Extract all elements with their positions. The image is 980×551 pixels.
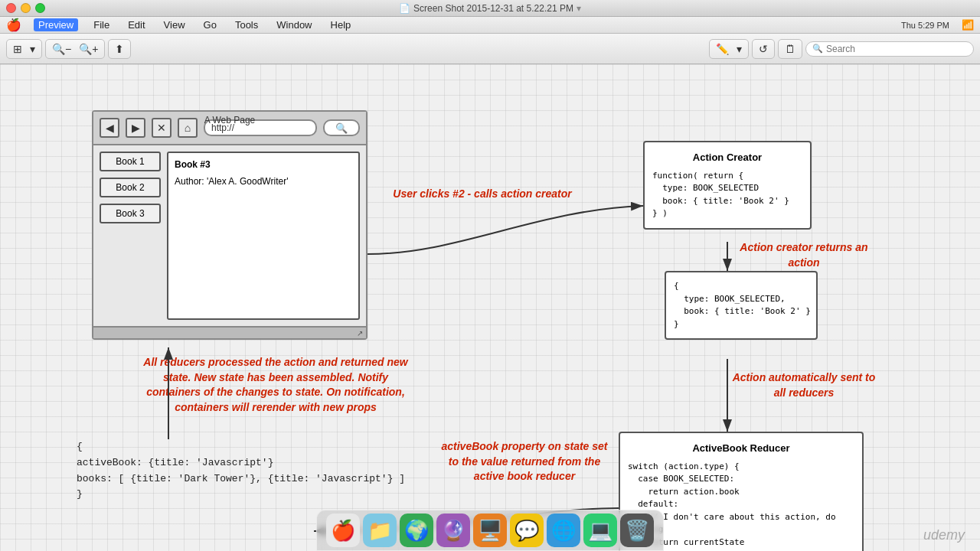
window-title: 📄 Screen Shot 2015-12-31 at 5.22.21 PM ▾	[399, 3, 581, 14]
resize-handle-icon: ↗	[357, 329, 363, 337]
action-object-box: { type: BOOK_SELECTED, book: { title: 'B…	[665, 271, 818, 340]
dock-app2[interactable]: 🖥️	[473, 514, 507, 547]
menu-edit[interactable]: Edit	[125, 19, 148, 31]
sidebar-toggle-button[interactable]: ⊞	[10, 41, 25, 57]
close-button[interactable]	[6, 3, 16, 13]
menu-file[interactable]: File	[90, 19, 113, 31]
book-detail-panel: Book #3 Author: 'Alex A. GoodWriter'	[167, 152, 360, 320]
rotate-button[interactable]: ↺	[756, 41, 771, 57]
label-user-clicks: User clicks #2 - calls action creator	[390, 187, 574, 202]
markup-dropdown[interactable]: ▾	[733, 41, 745, 57]
dock-trash[interactable]: 🗑️	[620, 514, 654, 547]
wifi-icon: 📶	[962, 19, 974, 31]
action-creator-title: Action Creator	[652, 150, 802, 165]
maximize-button[interactable]	[35, 3, 45, 13]
browser-title: A Web Page	[93, 115, 366, 126]
book-list: Book 1 Book 2 Book 3	[100, 152, 161, 320]
search-icon: 🔍	[812, 44, 823, 54]
label-action-sent: Action automatically sent to all reducer…	[727, 370, 880, 400]
udemy-watermark: udemy	[923, 527, 965, 543]
menu-tools[interactable]: Tools	[232, 19, 261, 31]
dock-app3[interactable]: 💻	[583, 514, 617, 547]
reducer-title: ActiveBook Reducer	[628, 441, 854, 456]
minimize-button[interactable]	[21, 3, 31, 13]
action-object-code: { type: BOOK_SELECTED, book: { title: 'B…	[674, 280, 808, 331]
label-active-book: activeBook property on state set to the …	[436, 439, 612, 484]
zoom-out-button[interactable]: 🔍−	[49, 41, 74, 57]
state-line4: }	[77, 487, 405, 503]
menu-view[interactable]: View	[161, 19, 188, 31]
search-input[interactable]	[826, 44, 967, 54]
browser-mockup: A Web Page ◀ ▶ ✕ ⌂ http:// 🔍 Book 1 Book…	[92, 110, 368, 340]
preview-toolbar: ⊞ ▾ 🔍− 🔍+ ⬆ ✏️ ▾ ↺ 🗒 🔍	[0, 34, 980, 64]
dropdown-icon: ▾	[577, 3, 581, 14]
label-creator-returns: Action creator returns an action	[735, 240, 873, 270]
book-1-button[interactable]: Book 1	[100, 152, 161, 171]
dock-safari[interactable]: 🌐	[547, 514, 580, 547]
dock-messages[interactable]: 💬	[510, 514, 544, 547]
share-group: ⬆	[108, 39, 131, 59]
state-line3: books: [ {title: 'Dark Tower'}, {title: …	[77, 471, 405, 487]
action-creator-box: Action Creator function( return { type: …	[643, 141, 812, 230]
macos-titlebar: 📄 Screen Shot 2015-12-31 at 5.22.21 PM ▾	[0, 0, 980, 17]
dock-finder2[interactable]: 📁	[363, 514, 397, 547]
book-detail-author: Author: 'Alex A. GoodWriter'	[175, 176, 352, 187]
share-button[interactable]: ⬆	[112, 41, 127, 57]
sidebar-toggle-group: ⊞ ▾	[6, 39, 42, 59]
annotate-button[interactable]: 🗒	[782, 41, 799, 57]
state-box: { activeBook: {title: 'Javascript'} book…	[77, 439, 405, 503]
markup-button[interactable]: ✏️	[713, 41, 732, 57]
book-3-button[interactable]: Book 3	[100, 204, 161, 223]
state-line1: {	[77, 439, 405, 455]
browser-content: Book 1 Book 2 Book 3 Book #3 Author: 'Al…	[93, 145, 366, 326]
dock-app1[interactable]: 🔮	[436, 514, 470, 547]
markup-group: ✏️ ▾	[709, 39, 749, 59]
clock: Thu 5:29 PM	[901, 21, 949, 30]
book-detail-title: Book #3	[175, 159, 352, 170]
dock-chrome[interactable]: 🌍	[400, 514, 433, 547]
search-box: 🔍	[805, 41, 974, 57]
rotate-group: ↺	[752, 39, 775, 59]
browser-footer: ↗	[93, 326, 366, 338]
state-line2: activeBook: {title: 'Javascript'}	[77, 455, 405, 471]
window-controls	[6, 3, 45, 13]
menu-bar: 🍎 Preview File Edit View Go Tools Window…	[0, 17, 980, 34]
menu-preview[interactable]: Preview	[34, 18, 78, 31]
apple-menu[interactable]: 🍎	[6, 18, 21, 32]
main-content: A Web Page ◀ ▶ ✕ ⌂ http:// 🔍 Book 1 Book…	[0, 64, 980, 551]
label-reducers-processed: All reducers processed the action and re…	[138, 355, 413, 415]
menu-go[interactable]: Go	[201, 19, 220, 31]
zoom-in-button[interactable]: 🔍+	[76, 41, 101, 57]
sidebar-dropdown-button[interactable]: ▾	[27, 41, 38, 57]
book-2-button[interactable]: Book 2	[100, 178, 161, 197]
annotate-group: 🗒	[778, 39, 802, 59]
dock: 🍎 📁 🌍 🔮 🖥️ 💬 🌐 💻 🗑️	[316, 510, 664, 551]
zoom-group: 🔍− 🔍+	[45, 39, 105, 59]
menu-window[interactable]: Window	[273, 19, 315, 31]
file-icon: 📄	[399, 3, 410, 14]
action-creator-code: function( return { type: BOOK_SELECTED b…	[652, 170, 802, 220]
menu-help[interactable]: Help	[328, 19, 354, 31]
dock-finder[interactable]: 🍎	[326, 514, 360, 547]
